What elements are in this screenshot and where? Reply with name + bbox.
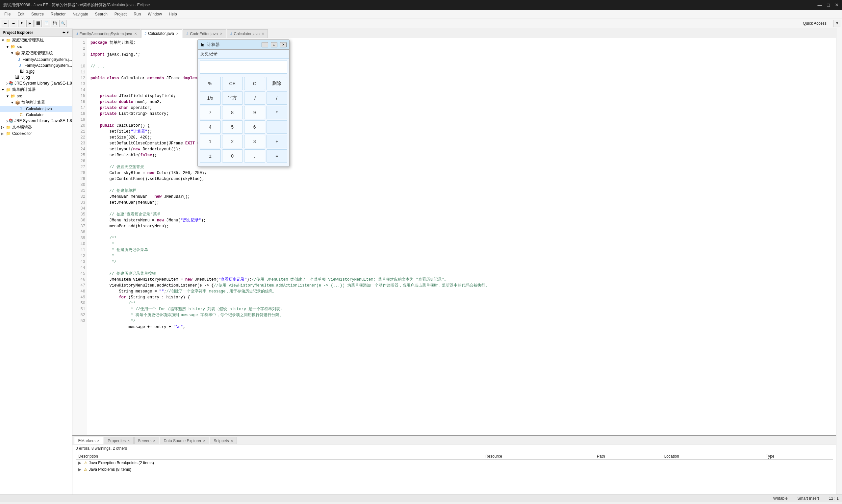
tab-calculator2[interactable]: J Calculator.java ✕ (227, 29, 268, 38)
toolbar-btn-save[interactable]: 💾 (51, 20, 58, 27)
menu-search[interactable]: Search (92, 11, 110, 17)
tree-item-text-project[interactable]: ▷ 📁 文本编辑器 (0, 124, 72, 131)
status-position: 12 : 1 (829, 496, 839, 501)
menu-run[interactable]: Run (131, 11, 143, 17)
pe-menu-icon[interactable]: ▼ (66, 31, 69, 34)
tree-item-code-project[interactable]: ▷ 📁 CodeEditor (0, 131, 72, 137)
code-editor[interactable]: 1 2 3 10 11 12 13 14 15 16 17 18 19 20 2… (72, 38, 836, 435)
calc-btn-delete[interactable]: 删除 (267, 77, 288, 90)
tab-close-icon[interactable]: ✕ (262, 32, 264, 36)
toolbar-btn-4[interactable]: ▶ (26, 20, 34, 27)
project-icon: 📁 (6, 131, 11, 136)
menu-refactor[interactable]: Refactor (48, 11, 68, 17)
image-icon: 🖼 (20, 69, 25, 74)
calc-btn-square[interactable]: 平方 (222, 91, 243, 105)
tree-item-family-java2[interactable]: J FamilyAccountingSystem... (0, 62, 72, 68)
close-button[interactable]: ✕ (835, 2, 839, 7)
tab-markers[interactable]: ⚑ Markers ✕ (74, 437, 103, 444)
tab-servers[interactable]: Servers ✕ (134, 437, 159, 444)
tree-item-calc-project[interactable]: ▼ 📁 简单的计算器 (0, 86, 72, 93)
calculator-dialog: 🖩 计算器 — □ ✕ 历史记录 % CE C 删除 1/x 平方 √ / 7 (197, 39, 289, 167)
calc-minimize-button[interactable]: — (262, 42, 268, 47)
maximize-button[interactable]: □ (827, 2, 830, 7)
tab-close-small[interactable]: ✕ (153, 439, 156, 443)
toolbar-btn-3[interactable]: ⬆ (18, 20, 25, 27)
tab-close-icon[interactable]: ✕ (220, 32, 222, 36)
tab-datasource[interactable]: Data Source Explorer ✕ (160, 437, 209, 444)
marker-group-breakpoints[interactable]: ▶ ⚠ Java Exception Breakpoints (2 items) (76, 460, 833, 467)
tree-arrow: ▼ (11, 51, 15, 55)
calc-btn-8[interactable]: 8 (222, 106, 243, 119)
tree-label: Calculator (26, 112, 44, 117)
marker-group-problems[interactable]: ▶ ⚠ Java Problems (8 items) (76, 466, 833, 473)
calc-btn-equals[interactable]: = (267, 149, 288, 163)
calc-btn-plusminus[interactable]: ± (200, 149, 221, 163)
tree-arrow: ▷ (6, 119, 8, 123)
calc-row-5: 1 2 3 + (200, 135, 287, 148)
calc-btn-add[interactable]: + (267, 135, 288, 148)
calc-btn-0[interactable]: 0 (222, 149, 243, 163)
toolbar-btn-5[interactable]: ⬛ (35, 20, 42, 27)
tab-close-icon[interactable]: ✕ (134, 32, 137, 36)
tree-item-jre2[interactable]: ▷ 📚 JRE System Library [JavaSE-1.8] (0, 118, 72, 124)
calc-btn-subtract[interactable]: − (267, 121, 288, 133)
calc-btn-percent[interactable]: % (200, 77, 221, 90)
tree-item-pkg2[interactable]: ▼ 📦 简单的计算器 (0, 99, 72, 106)
tree-item-calculator-java[interactable]: J Calculator.java (0, 106, 72, 112)
tab-close-small[interactable]: ✕ (127, 439, 130, 443)
menu-help[interactable]: Help (166, 11, 180, 17)
tab-family[interactable]: J FamilyAccountingSystem.java ✕ (72, 29, 141, 38)
tree-item-calculator-class[interactable]: C Calculator (0, 112, 72, 118)
minimize-button[interactable]: — (818, 2, 822, 7)
tab-snippets[interactable]: Snippets ✕ (210, 437, 237, 444)
tree-item-src1[interactable]: ▼ 📂 src (0, 44, 72, 50)
tree-item-img2[interactable]: 🖼 3.jpg (0, 74, 72, 80)
calc-btn-2[interactable]: 2 (222, 135, 243, 148)
tab-calculator[interactable]: J Calculator.java ✕ (141, 29, 182, 38)
menu-edit[interactable]: Edit (15, 11, 27, 17)
calc-maximize-button[interactable]: □ (271, 42, 277, 47)
status-right: Writable Smart Insert 12 : 1 (773, 496, 839, 501)
tree-item-family-java1[interactable]: J FamilyAccountingSystem.j... (0, 57, 72, 62)
calc-btn-7[interactable]: 7 (200, 106, 221, 119)
calc-btn-divide[interactable]: / (267, 91, 288, 105)
calc-btn-5[interactable]: 5 (222, 121, 243, 133)
tab-codeeditor[interactable]: J CodeEditor.java ✕ (183, 29, 226, 38)
tree-item-pkg1[interactable]: ▼ 📦 家庭记账管理系统 (0, 50, 72, 57)
toolbar-btn-1[interactable]: ⬅ (2, 20, 9, 27)
toolbar-btn-search[interactable]: 🔍 (59, 20, 67, 27)
tab-properties[interactable]: Properties ✕ (104, 437, 133, 444)
calculator-title-bar: 🖩 计算器 — □ ✕ (198, 40, 289, 50)
tree-item-jre1[interactable]: ▷ 📚 JRE System Library [JavaSE-1.8] (0, 80, 72, 86)
calc-btn-decimal[interactable]: . (244, 149, 265, 163)
calc-btn-6[interactable]: 6 (244, 121, 265, 133)
toolbar-btn-new[interactable]: 📄 (43, 20, 50, 27)
col-path: Path (594, 453, 662, 460)
calc-btn-c[interactable]: C (244, 77, 265, 90)
menu-source[interactable]: Source (29, 11, 47, 17)
calc-btn-3[interactable]: 3 (244, 135, 265, 148)
calc-btn-9[interactable]: 9 (244, 106, 265, 119)
calc-btn-reciprocal[interactable]: 1/x (200, 91, 221, 105)
tree-item-src2[interactable]: ▼ 📂 src (0, 93, 72, 99)
package-icon: 📦 (15, 51, 20, 56)
toolbar-btn-2[interactable]: ➡ (10, 20, 17, 27)
calc-btn-ce[interactable]: CE (222, 77, 243, 90)
tab-close-small[interactable]: ✕ (97, 439, 100, 443)
menu-navigate[interactable]: Navigate (70, 11, 90, 17)
menu-file[interactable]: File (2, 11, 13, 17)
tab-close-icon[interactable]: ✕ (176, 32, 179, 36)
menu-window[interactable]: Window (145, 11, 164, 17)
tab-close-small[interactable]: ✕ (203, 439, 205, 443)
pe-collapse-icon[interactable]: ⬅ (62, 31, 65, 34)
menu-project[interactable]: Project (112, 11, 129, 17)
calc-close-button[interactable]: ✕ (280, 42, 287, 47)
calc-btn-sqrt[interactable]: √ (244, 91, 265, 105)
calc-btn-4[interactable]: 4 (200, 121, 221, 133)
quick-access-icon[interactable]: ⚙ (833, 20, 840, 27)
tree-item-family-project[interactable]: ▼ 📁 家庭记账管理系统 (0, 37, 72, 44)
tree-item-img1[interactable]: 🖼 3.jpg (0, 68, 72, 74)
calc-btn-multiply[interactable]: * (267, 106, 288, 119)
tab-close-small[interactable]: ✕ (231, 439, 233, 443)
calc-btn-1[interactable]: 1 (200, 135, 221, 148)
